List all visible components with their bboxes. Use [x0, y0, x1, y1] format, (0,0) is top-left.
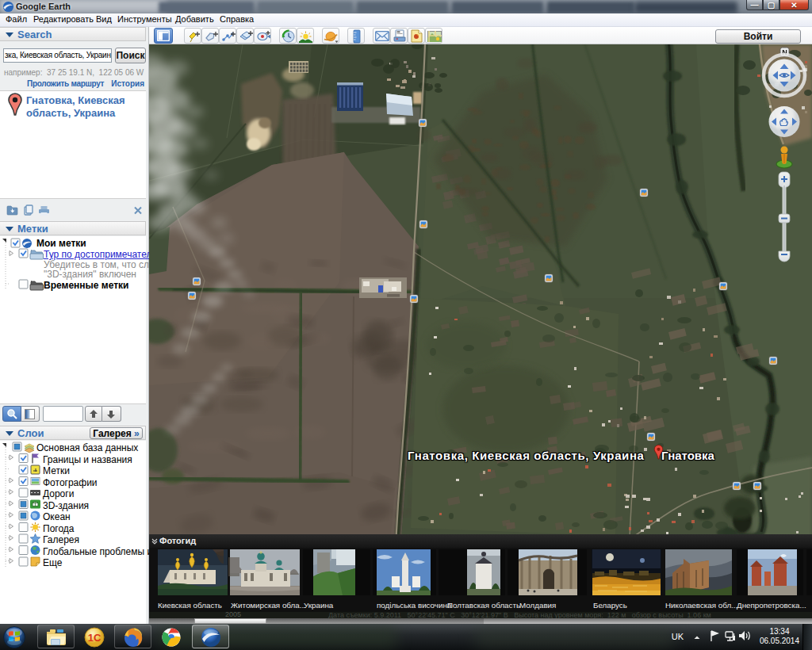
svg-text:1С: 1С	[88, 632, 102, 644]
